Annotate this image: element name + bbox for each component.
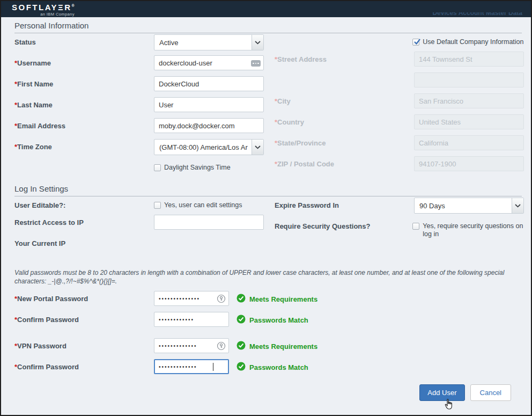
- last-name-row: *Last Name: [14, 97, 264, 118]
- clipped-header-text-wrap: Devices Account Master Data: [432, 12, 522, 17]
- current-ip-label: Your Current IP: [14, 236, 154, 247]
- portal-confirm-status-text: Passwords Match: [249, 316, 308, 324]
- portal-confirm-status: Passwords Match: [237, 312, 308, 326]
- brand-name: SOFTLAYΞR: [12, 3, 72, 12]
- softlayer-logo: SOFTLAYΞR® an IBM Company: [12, 2, 75, 17]
- portal-password-row: *New Portal Password Meets Requirements: [14, 291, 531, 312]
- portal-password-status-text: Meets Requirements: [249, 295, 317, 303]
- chevron-down-icon[interactable]: [512, 198, 523, 213]
- street-address-row: *Street Address: [275, 52, 524, 72]
- vpn-password-status: Meets Requirements: [237, 338, 317, 352]
- vpn-confirm-status-text: Passwords Match: [249, 363, 308, 371]
- user-editable-checkbox[interactable]: Yes, user can edit settings: [154, 198, 264, 209]
- portal-password-label: *New Portal Password: [14, 291, 154, 303]
- vpn-confirm-label: *Confirm Password: [14, 359, 154, 371]
- timezone-label: *Time Zone: [14, 139, 154, 151]
- user-editable-row: User Editable?: Yes, user can edit setti…: [14, 198, 264, 215]
- zip-input: [414, 156, 524, 171]
- vpn-password-row: *VPN Password Meets Requirements: [14, 338, 531, 359]
- check-circle-icon: [237, 362, 246, 373]
- country-row: *Country: [275, 114, 524, 135]
- last-name-input[interactable]: [154, 97, 264, 112]
- portal-confirm-input[interactable]: [154, 312, 229, 327]
- security-questions-cb-label: Yes, require security questions on log i…: [423, 222, 524, 238]
- street-address2-row: [275, 72, 524, 93]
- check-circle-icon: [237, 294, 246, 305]
- check-circle-icon: [237, 341, 246, 352]
- autofill-contact-icon[interactable]: [251, 60, 261, 67]
- street-address-label: *Street Address: [275, 52, 414, 63]
- username-row: *Username: [14, 55, 264, 76]
- email-input[interactable]: [154, 118, 264, 133]
- vpn-confirm-status: Passwords Match: [237, 359, 308, 373]
- daylight-savings-label: Daylight Savings Time: [164, 164, 231, 172]
- expire-password-select[interactable]: 90 Days: [414, 198, 524, 214]
- restrict-ip-row: Restrict Access to IP: [14, 215, 264, 236]
- portal-confirm-label: *Confirm Password: [14, 312, 154, 324]
- country-label: *Country: [275, 114, 414, 126]
- checkbox-icon[interactable]: [412, 223, 419, 230]
- password-key-icon[interactable]: [217, 294, 226, 303]
- state-row: *State/Province: [275, 135, 524, 156]
- country-input: [414, 114, 524, 129]
- username-input[interactable]: [154, 55, 264, 70]
- password-section: *New Portal Password Meets Requirements …: [14, 291, 531, 380]
- city-row: *City: [275, 93, 524, 114]
- email-row: *Email Address: [14, 118, 264, 139]
- portal-confirm-row: *Confirm Password Passwords Match: [14, 312, 531, 333]
- cancel-button[interactable]: Cancel: [470, 384, 511, 401]
- login-settings-section: User Editable?: Yes, user can edit setti…: [1, 196, 531, 261]
- use-default-company-checkbox[interactable]: Use Default Company Information: [412, 34, 524, 46]
- footer-actions: Add User Cancel: [419, 384, 511, 401]
- first-name-input[interactable]: [154, 76, 264, 91]
- street-address2-input: [414, 72, 524, 87]
- registered-mark: ®: [72, 4, 75, 8]
- status-label: Status: [14, 34, 154, 46]
- vpn-password-label: *VPN Password: [14, 338, 154, 350]
- email-label: *Email Address: [14, 118, 154, 130]
- password-key-icon[interactable]: [217, 341, 226, 351]
- portal-password-status: Meets Requirements: [237, 291, 317, 305]
- state-label: *State/Province: [275, 135, 414, 147]
- state-input: [414, 135, 524, 150]
- vpn-confirm-row: *Confirm Password Passwords Match: [14, 359, 531, 380]
- timezone-select[interactable]: (GMT-08:00) America/Los Ar: [154, 139, 264, 155]
- first-name-label: *First Name: [14, 76, 154, 88]
- vpn-confirm-input[interactable]: [154, 359, 229, 374]
- vpn-password-status-text: Meets Requirements: [249, 342, 317, 351]
- daylight-savings-row: Daylight Savings Time: [14, 160, 264, 177]
- zip-row: *ZIP / Postal Code: [275, 156, 524, 177]
- last-name-label: *Last Name: [14, 97, 154, 109]
- street-address-input: [414, 52, 524, 67]
- city-input: [414, 93, 524, 108]
- brand-tagline: an IBM Company: [40, 12, 75, 17]
- use-default-row: Use Default Company Information: [275, 34, 524, 52]
- chevron-down-icon[interactable]: [252, 35, 263, 50]
- daylight-savings-checkbox[interactable]: Daylight Savings Time: [154, 160, 264, 172]
- status-select[interactable]: Active: [154, 34, 264, 50]
- city-label: *City: [275, 93, 414, 105]
- login-settings-heading: Log In Settings: [14, 184, 522, 196]
- checkbox-icon[interactable]: [154, 202, 161, 209]
- security-questions-row: Require Security Questions? Yes, require…: [275, 218, 524, 242]
- restrict-ip-input[interactable]: [154, 215, 264, 230]
- current-ip-row: Your Current IP: [14, 236, 264, 257]
- security-questions-checkbox[interactable]: Yes, require security questions on log i…: [412, 218, 524, 238]
- zip-label: *ZIP / Postal Code: [275, 156, 414, 168]
- status-row: Status Active: [14, 34, 264, 55]
- password-requirements-note: Valid passwords must be 8 to 20 characte…: [14, 268, 513, 286]
- first-name-row: *First Name: [14, 76, 264, 97]
- user-editable-cb-label: Yes, user can edit settings: [164, 201, 242, 209]
- security-questions-label: Require Security Questions?: [275, 218, 412, 230]
- checkbox-checked-icon[interactable]: [412, 39, 419, 46]
- checkbox-icon[interactable]: [154, 164, 161, 171]
- use-default-company-label: Use Default Company Information: [423, 38, 523, 46]
- add-user-button[interactable]: Add User: [419, 384, 464, 401]
- text-cursor: [213, 363, 213, 371]
- expire-password-row: Expire Password In 90 Days: [275, 198, 524, 218]
- timezone-select-value: (GMT-08:00) America/Los Ar: [159, 143, 249, 151]
- check-circle-icon: [237, 315, 246, 326]
- expire-password-select-value: 90 Days: [419, 202, 509, 210]
- chevron-down-icon[interactable]: [252, 140, 263, 155]
- clipped-header-text: Devices Account Master Data: [432, 12, 522, 16]
